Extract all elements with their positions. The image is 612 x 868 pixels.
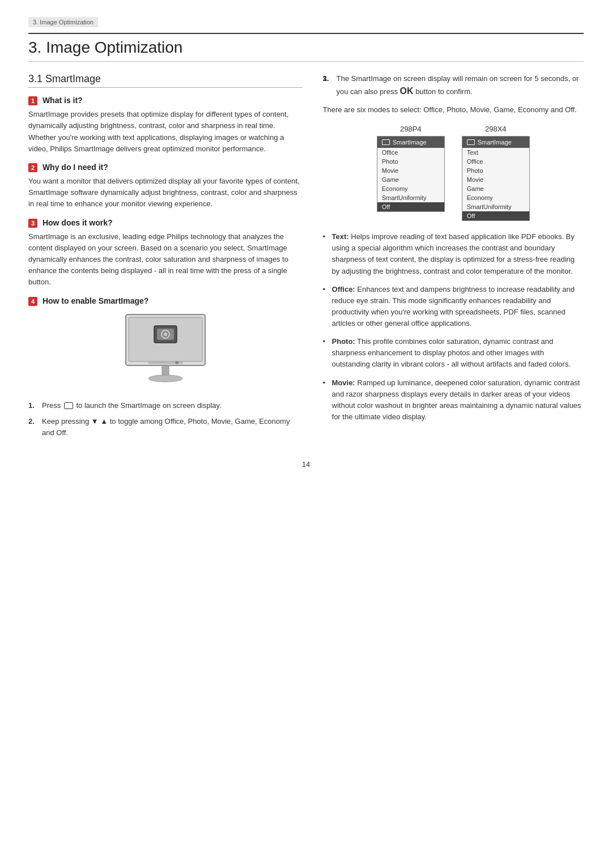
menu-298x4-item-4: Game xyxy=(462,184,529,193)
menu-298x4-item-0: Text xyxy=(462,148,529,157)
chapter-title: 3. Image Optimization xyxy=(28,33,584,62)
menu-298p4-label: 298P4 xyxy=(400,125,422,133)
badge-2: 2 xyxy=(28,163,37,172)
menus-comparison: 298P4 SmartImage Office Photo Movie Game… xyxy=(323,125,584,221)
chapter-title-text: Image Optimization xyxy=(46,39,182,56)
badge-3: 3 xyxy=(28,219,37,228)
section-3-1-title: 3.1 SmartImage xyxy=(28,73,303,88)
steps-list: Press to launch the SmartImage on screen… xyxy=(28,400,303,439)
step-2: Keep pressing ▼ ▲ to toggle among Office… xyxy=(28,416,303,439)
feature-text: Text: Helps improve reading of text base… xyxy=(323,231,584,277)
feature-office: Office: Enhances text and dampens bright… xyxy=(323,284,584,330)
menu-298p4-item-4: Economy xyxy=(377,184,444,193)
page-number: 14 xyxy=(28,460,584,469)
right-column: 3. The SmartImage on screen display will… xyxy=(323,73,584,443)
feature-photo: Photo: This profile combines color satur… xyxy=(323,336,584,370)
menu-298x4-label: 298X4 xyxy=(485,125,507,133)
menu-298x4-box: SmartImage Text Office Photo Movie Game … xyxy=(462,136,530,221)
badge-1: 1 xyxy=(28,96,37,105)
feature-photo-title: Photo: xyxy=(332,337,355,346)
subsection-2-text: You want a monitor that delivers optimiz… xyxy=(28,176,303,210)
step-1: Press to launch the SmartImage on screen… xyxy=(28,400,303,411)
menu-298p4-item-1: Photo xyxy=(377,157,444,166)
menu-298p4-box: SmartImage Office Photo Movie Game Econo… xyxy=(377,136,445,212)
step-3-list: 3. The SmartImage on screen display will… xyxy=(323,73,584,99)
menu-298x4-header: SmartImage xyxy=(462,137,529,148)
feature-movie-title: Movie: xyxy=(332,378,355,387)
menu-298x4: 298X4 SmartImage Text Office Photo Movie… xyxy=(462,125,530,221)
feature-text-body: Helps improve reading of text based appl… xyxy=(332,232,575,275)
subsection-2-heading: 2 Why do I need it? xyxy=(28,163,303,172)
feature-text-title: Text: xyxy=(332,232,349,241)
subsection-4-heading: 4 How to enable SmartImage? xyxy=(28,296,303,306)
step-3: 3. The SmartImage on screen display will… xyxy=(323,73,584,99)
menu-298x4-item-1: Office xyxy=(462,157,529,166)
feature-list: Text: Helps improve reading of text base… xyxy=(323,231,584,423)
menu-298p4-item-3: Game xyxy=(377,175,444,184)
menu-298p4-item-5: SmartUniformity xyxy=(377,193,444,202)
menu-298x4-item-3: Movie xyxy=(462,175,529,184)
smartimage-icon-298x4 xyxy=(467,139,475,145)
monitor-illustration xyxy=(28,312,303,391)
menu-298x4-item-7: Off xyxy=(462,211,529,220)
svg-point-5 xyxy=(164,333,167,336)
subsection-3-text: SmartImage is an exclusive, leading edge… xyxy=(28,231,303,288)
breadcrumb: 3. Image Optimization xyxy=(28,17,98,27)
menu-298p4-item-6: Off xyxy=(377,202,444,211)
feature-office-body: Enhances text and dampens brightness to … xyxy=(332,285,575,327)
feature-movie-body: Ramped up luminance, deepened color satu… xyxy=(332,378,581,421)
smartimage-icon-298p4 xyxy=(382,139,390,145)
badge-4: 4 xyxy=(28,297,37,306)
menu-298x4-item-5: Economy xyxy=(462,193,529,202)
feature-office-title: Office: xyxy=(332,285,355,293)
subsection-1-heading: 1 What is it? xyxy=(28,96,303,105)
chapter-number: 3. xyxy=(28,39,41,56)
left-column: 3.1 SmartImage 1 What is it? SmartImage … xyxy=(28,73,303,443)
menu-298p4-item-2: Movie xyxy=(377,166,444,175)
menu-298p4: 298P4 SmartImage Office Photo Movie Game… xyxy=(377,125,445,221)
ok-button-label: OK xyxy=(400,86,414,96)
menu-298p4-item-0: Office xyxy=(377,148,444,157)
subsection-1-text: SmartImage provides presets that optimiz… xyxy=(28,109,303,155)
menu-298x4-item-2: Photo xyxy=(462,166,529,175)
subsection-3-heading: 3 How does it work? xyxy=(28,218,303,228)
feature-movie: Movie: Ramped up luminance, deepened col… xyxy=(323,377,584,423)
svg-point-7 xyxy=(148,375,182,382)
svg-point-9 xyxy=(175,361,178,364)
modes-intro: There are six modes to select: Office, P… xyxy=(323,104,584,116)
menu-298p4-header: SmartImage xyxy=(377,137,444,148)
menu-298x4-item-6: SmartUniformity xyxy=(462,202,529,211)
feature-photo-body: This profile combines color saturation, … xyxy=(332,337,571,368)
